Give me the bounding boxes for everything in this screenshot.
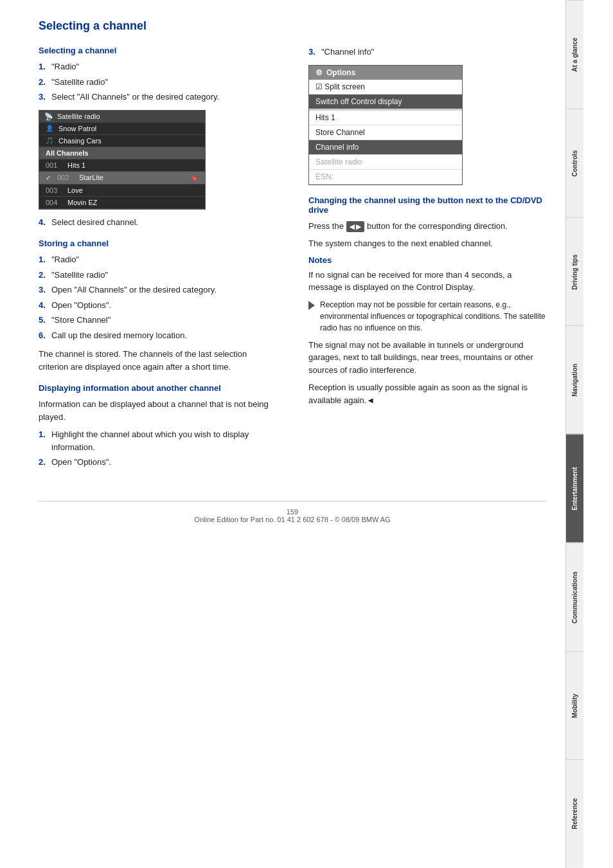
step-text: "Satellite radio" — [51, 269, 276, 282]
step-item: 3. "Channel info" — [308, 46, 546, 59]
options-row-switchoff: Switch off Control display — [309, 95, 462, 109]
sidebar-tab-entertainment[interactable]: Entertainment — [566, 434, 583, 543]
channel-num: 001 — [46, 161, 64, 169]
step-num: 1. — [39, 253, 48, 266]
options-body: ☑ Split screen Switch off Control displa… — [309, 80, 462, 185]
footer-text: Online Edition for Part no. 01 41 2 602 … — [39, 516, 546, 523]
notes-body2: The signal may not be available in tunne… — [308, 339, 546, 377]
right-column: 3. "Channel info" ⚙ Options ☑ Split scre… — [302, 46, 546, 475]
options-titlebar: ⚙ Options — [309, 66, 462, 80]
step-text: Call up the desired memory location. — [51, 329, 276, 342]
note-box: Reception may not be possible for certai… — [308, 299, 546, 334]
screen-row-002: ✓ 002 StarLite 🔖 — [39, 172, 205, 185]
step-text: "Radio" — [51, 60, 276, 73]
storing-heading: Storing a channel — [39, 239, 276, 248]
triangle-icon — [308, 301, 315, 310]
step-text: Select "All Channels" or the desired cat… — [51, 91, 276, 104]
step-num: 2. — [39, 76, 48, 89]
changing-body1: Press the ◀ ▶ button for the correspondi… — [308, 220, 546, 233]
channel-num: 003 — [46, 186, 64, 194]
channel-name: StarLite — [79, 174, 103, 181]
step-text: "Store Channel" — [51, 314, 276, 327]
checkbox-icon: ☑ — [315, 82, 323, 91]
screen-row-001: 001 Hits 1 — [39, 159, 205, 172]
page-title: Selecting a channel — [39, 19, 546, 33]
step-num: 3. — [39, 91, 48, 104]
screen-row-text: Chasing Cars — [58, 137, 102, 145]
notes-body3: Reception is usually possible again as s… — [308, 381, 546, 406]
satellite-radio-screenshot: 📡 Satellite radio 👤 Snow Patrol 🎵 Chasin… — [39, 110, 206, 210]
button-icon: ◀ ▶ — [346, 221, 365, 232]
selecting-steps: 1. "Radio" 2. "Satellite radio" 3. Selec… — [39, 60, 276, 104]
step-item: 3. Open "All Channels" or the desired ca… — [39, 284, 276, 296]
options-row-channelinfo: Channel info — [309, 140, 462, 155]
step-text: Open "Options". — [51, 456, 276, 469]
step-num: 2. — [39, 269, 48, 282]
channel-num: 002 — [57, 174, 75, 181]
screen-row-allchannels: All Channels — [39, 147, 205, 159]
options-row-esn: ESN: — [309, 170, 462, 185]
screen-row-003: 003 Love — [39, 185, 205, 197]
step-item: 5. "Store Channel" — [39, 314, 276, 327]
step-num: 3. — [308, 46, 317, 59]
sidebar-tab-mobility[interactable]: Mobility — [566, 651, 583, 760]
displaying-body1: Information can be displayed about a cha… — [39, 398, 276, 423]
channel-name: Love — [67, 186, 83, 194]
step-item: 1. "Radio" — [39, 60, 276, 73]
step-num: 1. — [39, 60, 48, 73]
notes-triangle-text: Reception may not be possible for certai… — [320, 299, 546, 334]
step-text: Select desired channel. — [51, 216, 276, 229]
music-icon: 🎵 — [46, 137, 55, 144]
satellite-icon: 📡 — [44, 113, 53, 121]
step-item: 4. Select desired channel. — [39, 216, 276, 229]
screen-row-004: 004 Movin EZ — [39, 197, 205, 209]
step-item: 3. Select "All Channels" or the desired … — [39, 91, 276, 104]
page-footer: 159 Online Edition for Part no. 01 41 2 … — [39, 501, 546, 523]
step4-list: 4. Select desired channel. — [39, 216, 276, 229]
step-text: "Channel info" — [321, 46, 546, 59]
step-item: 1. "Radio" — [39, 253, 276, 266]
displaying-heading: Displaying information about another cha… — [39, 383, 276, 393]
page-container: Selecting a channel Selecting a channel … — [0, 0, 613, 868]
screen-row-text: Snow Patrol — [58, 125, 96, 132]
screen-row-text: All Channels — [46, 149, 89, 157]
screen-row-snowpatrol: 👤 Snow Patrol — [39, 123, 205, 135]
selecting-heading: Selecting a channel — [39, 46, 276, 55]
changing-body3: The system changes to the next enabled c… — [308, 237, 546, 250]
options-title: Options — [326, 68, 355, 77]
bookmark-icon: 🔖 — [190, 174, 199, 182]
options-screenshot: ⚙ Options ☑ Split screen Switch off Cont… — [308, 65, 463, 185]
sidebar-tab-communications[interactable]: Communications — [566, 543, 583, 651]
sidebar-tab-ataglance[interactable]: At a glance — [566, 0, 583, 109]
storing-steps: 1. "Radio" 2. "Satellite radio" 3. Open … — [39, 253, 276, 341]
main-content: Selecting a channel Selecting a channel … — [0, 0, 565, 868]
channel-name: Movin EZ — [67, 199, 97, 206]
options-icon: ⚙ — [315, 68, 323, 77]
step-num: 6. — [39, 329, 48, 342]
sidebar: At a glance Controls Driving tips Naviga… — [565, 0, 583, 868]
sidebar-tab-drivingtips[interactable]: Driving tips — [566, 217, 583, 326]
step-num: 3. — [39, 284, 48, 296]
step-item: 4. Open "Options". — [39, 299, 276, 312]
step-item: 2. Open "Options". — [39, 456, 276, 469]
storing-body1: The channel is stored. The channels of t… — [39, 348, 276, 373]
sidebar-tab-reference[interactable]: Reference — [566, 759, 583, 868]
step-num: 4. — [39, 299, 48, 312]
left-column: Selecting a channel 1. "Radio" 2. "Satel… — [39, 46, 283, 475]
options-row-splitscreen: ☑ Split screen — [309, 80, 462, 95]
page-number: 159 — [39, 508, 546, 516]
step-text: Open "Options". — [51, 299, 276, 312]
person-icon: 👤 — [46, 125, 55, 132]
screen-row-chasingcars: 🎵 Chasing Cars — [39, 135, 205, 147]
check-icon: ✓ — [46, 174, 53, 181]
sidebar-tab-navigation[interactable]: Navigation — [566, 325, 583, 434]
step-text: "Satellite radio" — [51, 76, 276, 89]
two-column-layout: Selecting a channel 1. "Radio" 2. "Satel… — [39, 46, 546, 523]
channel-name: Hits 1 — [67, 161, 85, 169]
step-text: "Radio" — [51, 253, 276, 266]
options-row-storechannel: Store Channel — [309, 125, 462, 140]
screenshot-titlebar: 📡 Satellite radio — [39, 111, 205, 123]
screenshot-title: Satellite radio — [57, 113, 100, 120]
screenshot-body: 👤 Snow Patrol 🎵 Chasing Cars All Channel… — [39, 123, 205, 209]
sidebar-tab-controls[interactable]: Controls — [566, 109, 583, 217]
